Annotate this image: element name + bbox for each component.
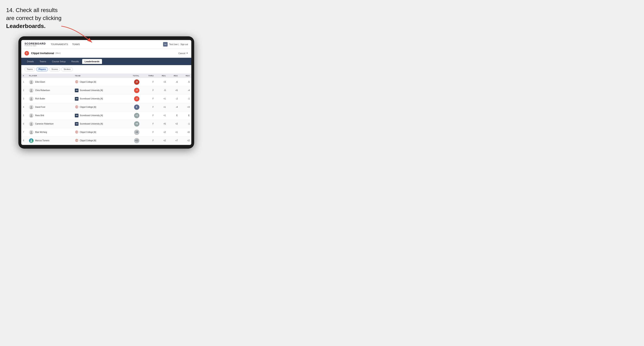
- cell-rd3: +2: [179, 136, 191, 145]
- filter-teams[interactable]: Teams: [24, 67, 35, 71]
- svg-point-9: [30, 114, 32, 116]
- cell-total: E: [125, 103, 141, 111]
- player-name: Marcus Turners: [35, 139, 49, 142]
- cell-player: Marcus Turners: [28, 136, 73, 145]
- cell-player: Rich Butler: [28, 95, 73, 103]
- table-row: 4David FordⒸClippd College [A]EF+1-4+3: [21, 103, 191, 111]
- cell-rd2: +2: [168, 120, 180, 128]
- tournament-header: C Clippd Invitational (Men) Cancel ✕: [21, 49, 191, 58]
- cell-total: +11: [125, 136, 141, 145]
- player-name: Rees Britt: [35, 114, 44, 117]
- svg-point-1: [30, 81, 32, 82]
- cell-rd3: -1: [179, 120, 191, 128]
- team-name: Scoreboard University [A]: [80, 89, 103, 91]
- player-avatar: [29, 88, 34, 93]
- col-player: PLAYER: [28, 73, 73, 78]
- table-row: 7Blair McHargⒸClippd College [A]+9F+2+1+…: [21, 128, 191, 136]
- svg-point-11: [30, 123, 32, 124]
- cell-player: Cameron Robertson: [28, 120, 73, 128]
- top-navigation: SCOREBOARD Powered by clippd TOURNAMENTS…: [21, 40, 191, 49]
- svg-point-13: [30, 131, 32, 133]
- col-rd1: RD1: [155, 73, 168, 78]
- col-total: TOTAL: [125, 73, 141, 78]
- tab-results[interactable]: Results: [69, 59, 81, 64]
- nav-tournaments[interactable]: TOURNAMENTS: [51, 42, 68, 46]
- tab-teams[interactable]: Teams: [37, 59, 49, 64]
- team-logo: SB: [75, 89, 78, 92]
- svg-point-2: [30, 82, 32, 84]
- filter-scores[interactable]: Scores: [49, 67, 60, 71]
- table-row: 5Rees BrittSBScoreboard University [A]+1…: [21, 111, 191, 120]
- instruction-line1: 14. Check all results: [6, 7, 58, 13]
- logo-area: SCOREBOARD Powered by clippd: [24, 42, 46, 46]
- instruction-block: 14. Check all results are correct by cli…: [6, 6, 84, 30]
- cell-thru: F: [141, 111, 156, 120]
- team-logo: Ⓒ: [75, 139, 78, 143]
- cell-rd1: +1: [155, 103, 168, 111]
- filter-strokes[interactable]: Strokes: [61, 67, 73, 71]
- col-pos: #: [21, 73, 28, 78]
- cell-rd1: +1: [155, 111, 168, 120]
- svg-point-4: [30, 91, 32, 92]
- cell-rd1: +2: [155, 128, 168, 136]
- svg-point-15: [30, 139, 32, 141]
- instruction-bold: Leaderboards.: [6, 23, 46, 29]
- svg-point-10: [30, 116, 32, 117]
- player-name: David Ford: [35, 106, 45, 108]
- tab-details[interactable]: Details: [24, 59, 36, 64]
- cell-pos: 1: [21, 78, 28, 86]
- table-row: 1Elliot EbertⒸClippd College [A]-8F+3-6-…: [21, 78, 191, 86]
- team-name: Scoreboard University [A]: [80, 114, 103, 117]
- score-badge: +6: [134, 121, 140, 127]
- cell-pos: 5: [21, 111, 28, 120]
- col-team: TEAM: [73, 73, 125, 78]
- cell-team: ⒸClippd College [A]: [73, 128, 125, 136]
- player-avatar: [29, 138, 34, 143]
- cell-thru: F: [141, 78, 156, 86]
- user-avatar: TU: [163, 42, 168, 46]
- cell-team: ⒸClippd College [A]: [73, 103, 125, 111]
- team-name: Clippd College [A]: [80, 139, 96, 142]
- nav-teams[interactable]: TEAMS: [72, 42, 80, 46]
- cell-rd3: -5: [179, 78, 191, 86]
- player-avatar: [29, 80, 34, 84]
- tab-navigation: Details Teams Course Setup Results Leade…: [21, 58, 191, 65]
- sign-out-link[interactable]: Sign out: [180, 43, 188, 45]
- team-name: Clippd College [A]: [80, 81, 96, 83]
- cell-pos: 4: [21, 103, 28, 111]
- tournament-type: (Men): [56, 52, 61, 54]
- score-badge: +9: [134, 130, 140, 135]
- player-avatar: [29, 113, 34, 118]
- col-thru: THRU: [141, 73, 156, 78]
- score-badge: -8: [134, 79, 140, 85]
- cell-team: ⒸClippd College [A]: [73, 78, 125, 86]
- player-avatar: [29, 97, 34, 101]
- team-logo: SB: [75, 114, 78, 117]
- team-logo: SB: [75, 97, 78, 101]
- cell-rd1: +2: [155, 136, 168, 145]
- team-logo: SB: [75, 122, 78, 126]
- cell-rd1: -5: [155, 86, 168, 95]
- player-avatar: [29, 122, 34, 126]
- cancel-label: Cancel: [178, 52, 185, 54]
- svg-point-16: [30, 141, 32, 142]
- svg-point-3: [30, 89, 32, 91]
- tablet-device: SCOREBOARD Powered by clippd TOURNAMENTS…: [18, 36, 194, 149]
- filter-players[interactable]: Players: [36, 67, 48, 71]
- score-badge: E: [134, 105, 140, 110]
- cell-rd3: -4: [179, 86, 191, 95]
- cell-rd2: -4: [168, 103, 180, 111]
- cancel-button[interactable]: Cancel ✕: [178, 52, 188, 54]
- cell-team: SBScoreboard University [A]: [73, 120, 125, 128]
- tab-course-setup[interactable]: Course Setup: [50, 59, 68, 64]
- cell-total: +9: [125, 128, 141, 136]
- cell-thru: F: [141, 86, 156, 95]
- col-rd2: RD2: [168, 73, 180, 78]
- cell-rd2: +1: [168, 128, 180, 136]
- tab-leaderboards[interactable]: Leaderboards: [82, 59, 102, 64]
- cell-total: -4: [125, 86, 141, 95]
- player-name: Chris Robertson: [35, 89, 50, 91]
- score-badge: -4: [134, 88, 140, 93]
- cell-team: SBScoreboard University [A]: [73, 111, 125, 120]
- logo-subtitle: Powered by clippd: [24, 45, 46, 46]
